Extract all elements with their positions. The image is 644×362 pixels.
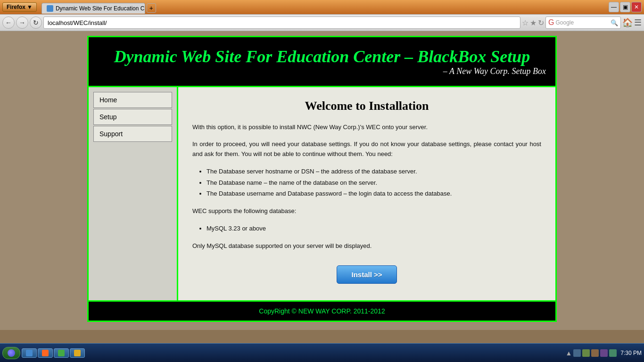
- list-item: The Database server hostname or DSN – th…: [206, 166, 541, 177]
- reload-button[interactable]: ↻: [30, 16, 42, 29]
- home-icon[interactable]: 🏠: [622, 17, 633, 28]
- google-search-box[interactable]: G Google 🔍: [545, 16, 621, 29]
- taskbar-item-firefox[interactable]: [38, 348, 53, 358]
- explorer-icon: [74, 350, 81, 356]
- db-support-text: WEC supports the following database:: [192, 206, 541, 216]
- security-icon: [600, 349, 608, 357]
- requirements-list: The Database server hostname or DSN – th…: [192, 166, 541, 199]
- firefox-taskbar-icon: [42, 350, 49, 356]
- minimize-button[interactable]: —: [609, 2, 619, 12]
- list-item: MySQL 3.23 or above: [206, 223, 541, 234]
- title-bar: Firefox ▼ Dynamic Web Site For Education…: [0, 0, 644, 14]
- tray-icon-1: ▲: [565, 349, 572, 357]
- back-button[interactable]: ←: [2, 16, 15, 29]
- list-item: The Database username and Database passw…: [206, 188, 541, 199]
- windows-orb-icon: [8, 349, 15, 357]
- search-icon: 🔍: [611, 19, 618, 26]
- new-tab-button[interactable]: +: [147, 3, 156, 13]
- firefox-button[interactable]: Firefox ▼: [2, 2, 37, 12]
- tab-title: Dynamic Web Site For Education Center ..…: [56, 5, 145, 12]
- ie-icon: [26, 350, 33, 356]
- list-item: The Database name – the name of the data…: [206, 177, 541, 188]
- main-area: Home Setup Support Welcome to Installati…: [87, 87, 557, 302]
- google-placeholder: Google: [555, 19, 574, 26]
- close-button[interactable]: ✕: [631, 2, 642, 12]
- taskbar-items: [22, 348, 564, 358]
- chrome-icon: [58, 350, 65, 356]
- sidebar-item-setup[interactable]: Setup: [93, 109, 172, 125]
- requirements-text: In order to proceed, you will need your …: [192, 140, 541, 159]
- taskbar: ▲ 7:30 PM: [0, 343, 644, 362]
- clock-time: 7:30 PM: [620, 350, 642, 356]
- install-button[interactable]: Install >>: [337, 265, 396, 284]
- footer-box: CopyRight © NEW WAY CORP. 2011-2012: [87, 302, 557, 322]
- tab-bar: Dynamic Web Site For Education Center ..…: [39, 0, 158, 14]
- page-content: Dynamic Web Site For Education Center – …: [0, 31, 644, 330]
- bookmark-add-icon[interactable]: ★: [530, 18, 537, 27]
- menu-icon[interactable]: ☰: [634, 17, 642, 28]
- tab-favicon: [47, 5, 53, 12]
- google-icon: G: [548, 18, 554, 27]
- browser-tab[interactable]: Dynamic Web Site For Education Center ..…: [41, 3, 145, 14]
- battery-icon: [591, 349, 599, 357]
- header-box: Dynamic Web Site For Education Center – …: [87, 36, 557, 87]
- address-bar[interactable]: localhost/WEC/install/: [43, 16, 520, 29]
- bookmark-star-icon[interactable]: ☆: [522, 18, 528, 27]
- navigation-bar: ← → ↻ localhost/WEC/install/ ☆ ★ ↻ G Goo…: [0, 14, 644, 31]
- system-tray: ▲: [565, 349, 617, 357]
- network-icon: [573, 349, 581, 357]
- update-icon: [609, 349, 617, 357]
- volume-icon: [582, 349, 590, 357]
- browser-chrome: Firefox ▼ Dynamic Web Site For Education…: [0, 0, 644, 31]
- taskbar-item-ie[interactable]: [22, 348, 37, 358]
- taskbar-item-explorer[interactable]: [70, 348, 85, 358]
- site-title: Dynamic Web Site For Education Center – …: [98, 47, 546, 66]
- db-list: MySQL 3.23 or above: [192, 223, 541, 234]
- intro-text: With this option, it is possible to inst…: [192, 123, 541, 132]
- start-button[interactable]: [2, 347, 20, 359]
- sidebar-item-support[interactable]: Support: [93, 126, 172, 142]
- forward-button[interactable]: →: [16, 16, 28, 29]
- taskbar-item-chrome[interactable]: [54, 348, 69, 358]
- maximize-button[interactable]: ▣: [620, 2, 630, 12]
- window-controls: — ▣ ✕: [609, 2, 642, 12]
- page-title: Welcome to Installation: [192, 99, 541, 113]
- copyright-text: CopyRight © NEW WAY CORP. 2011-2012: [259, 307, 385, 315]
- dropdown-arrow: ▼: [27, 4, 33, 10]
- refresh-icon[interactable]: ↻: [538, 18, 544, 27]
- taskbar-right: ▲ 7:30 PM: [565, 349, 642, 357]
- url-text: localhost/WEC/install/: [48, 19, 107, 26]
- content-area: Welcome to Installation With this option…: [178, 87, 555, 300]
- sidebar-item-home[interactable]: Home: [93, 92, 172, 108]
- db-note-text: Only MySQL database supported on your se…: [192, 241, 541, 251]
- sidebar: Home Setup Support: [89, 87, 178, 300]
- install-button-container: Install >>: [192, 265, 541, 284]
- firefox-label: Firefox: [7, 4, 25, 10]
- site-subtitle: – A New Way Corp. Setup Box: [98, 66, 546, 76]
- system-clock: 7:30 PM: [620, 350, 642, 356]
